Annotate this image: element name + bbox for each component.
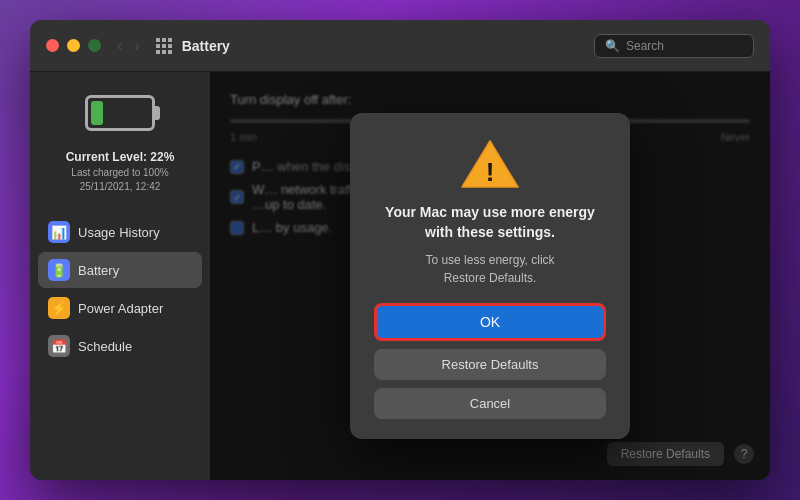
window-title: Battery	[182, 38, 594, 54]
maximize-button[interactable]	[88, 39, 101, 52]
sidebar-item-battery-label: Battery	[78, 263, 119, 278]
alert-dialog: ! Your Mac may use more energywith these…	[350, 113, 630, 438]
schedule-icon: 📅	[48, 335, 70, 357]
cancel-button[interactable]: Cancel	[374, 388, 606, 419]
minimize-button[interactable]	[67, 39, 80, 52]
main-panel: Turn display off after: 1 min 3 hrs Neve…	[210, 72, 770, 480]
battery-icon-container	[80, 88, 160, 138]
battery-fill	[91, 101, 103, 125]
alert-title: Your Mac may use more energywith these s…	[385, 203, 595, 242]
power-adapter-icon: ⚡	[48, 297, 70, 319]
titlebar: ‹ › Battery 🔍 Search	[30, 20, 770, 72]
sidebar-nav: 📊 Usage History 🔋 Battery ⚡ Power Adapte…	[30, 214, 210, 366]
alert-body: To use less energy, clickRestore Default…	[425, 251, 554, 287]
sidebar-item-power-adapter[interactable]: ⚡ Power Adapter	[38, 290, 202, 326]
sidebar-item-battery[interactable]: 🔋 Battery	[38, 252, 202, 288]
close-button[interactable]	[46, 39, 59, 52]
usage-history-icon: 📊	[48, 221, 70, 243]
sidebar-item-usage-label: Usage History	[78, 225, 160, 240]
svg-text:!: !	[486, 157, 495, 187]
nav-arrows: ‹ ›	[113, 35, 144, 57]
sidebar: Current Level: 22% Last charged to 100%2…	[30, 72, 210, 480]
sidebar-item-schedule-label: Schedule	[78, 339, 132, 354]
content-area: Current Level: 22% Last charged to 100%2…	[30, 72, 770, 480]
battery-graphic	[85, 95, 155, 131]
search-icon: 🔍	[605, 39, 620, 53]
battery-icon: 🔋	[48, 259, 70, 281]
traffic-lights	[46, 39, 101, 52]
back-arrow-icon[interactable]: ‹	[113, 35, 126, 57]
grid-icon[interactable]	[156, 38, 172, 54]
modal-restore-button[interactable]: Restore Defaults	[374, 349, 606, 380]
battery-level: Current Level: 22%	[66, 150, 175, 164]
main-window: ‹ › Battery 🔍 Search Current Level: 22% …	[30, 20, 770, 480]
sidebar-item-schedule[interactable]: 📅 Schedule	[38, 328, 202, 364]
modal-overlay: ! Your Mac may use more energywith these…	[210, 72, 770, 480]
sidebar-item-usage-history[interactable]: 📊 Usage History	[38, 214, 202, 250]
search-placeholder: Search	[626, 39, 664, 53]
search-bar[interactable]: 🔍 Search	[594, 34, 754, 58]
warning-icon: !	[460, 137, 520, 189]
sidebar-item-adapter-label: Power Adapter	[78, 301, 163, 316]
forward-arrow-icon[interactable]: ›	[130, 35, 143, 57]
ok-button[interactable]: OK	[374, 303, 606, 341]
last-charged: Last charged to 100%25/11/2021, 12:42	[71, 166, 168, 194]
